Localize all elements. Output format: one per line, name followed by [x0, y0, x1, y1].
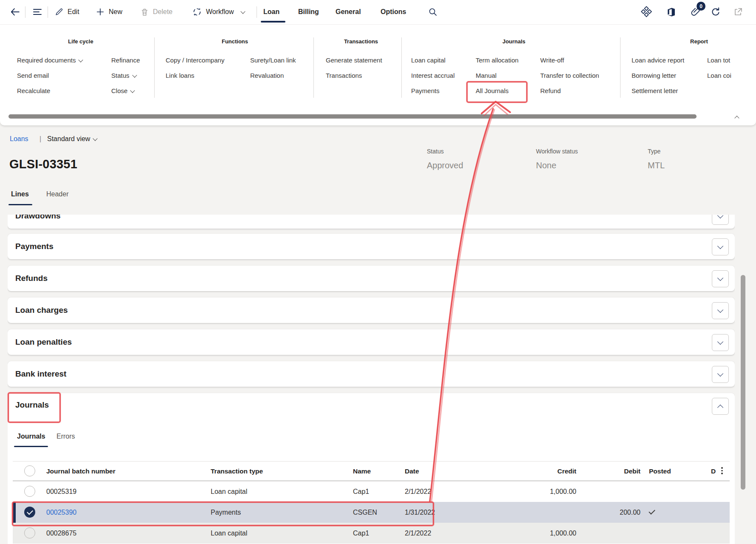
cell-credit: 1,000.00	[500, 523, 576, 544]
workflow-status-field-value: None	[536, 161, 556, 170]
ribbon-group-life-cycle: Life cycle	[17, 38, 144, 45]
column-header-name[interactable]: Name	[353, 462, 371, 481]
table-row[interactable]: 00025319 Loan capital Cap1 2/1/2022 1,00…	[13, 481, 730, 502]
select-all-checkbox[interactable]	[24, 465, 35, 476]
ribbon-item-revaluation[interactable]: Revaluation	[250, 68, 314, 83]
column-header-transaction-type[interactable]: Transaction type	[211, 462, 263, 481]
expand-section-button[interactable]	[712, 270, 729, 287]
pencil-icon	[54, 7, 64, 17]
ribbon-item-payments[interactable]: Payments	[411, 83, 471, 99]
office-apps-button[interactable]	[666, 0, 676, 24]
tab-loan[interactable]: Loan	[263, 0, 279, 24]
active-tab-underline	[261, 21, 285, 23]
chevron-down-icon	[717, 215, 723, 218]
edit-button[interactable]: Edit	[54, 0, 79, 24]
tab-options[interactable]: Options	[381, 0, 406, 24]
open-in-new-window-button[interactable]	[733, 0, 743, 24]
journals-inner-tab-journals[interactable]: Journals	[17, 433, 45, 440]
view-selector[interactable]: Standard view	[47, 135, 97, 143]
ribbon-column: Write-off Transfer to collection Refund	[540, 53, 621, 99]
chevron-down-icon	[130, 88, 135, 93]
tab-general[interactable]: General	[336, 0, 361, 24]
new-button[interactable]: New	[96, 0, 122, 24]
sitemap-button[interactable]	[32, 0, 42, 24]
cell-debit: 200.00	[564, 502, 640, 523]
tab-billing[interactable]: Billing	[298, 0, 319, 24]
section-drawdowns[interactable]: Drawdowns	[8, 215, 735, 229]
expand-section-button[interactable]	[712, 238, 729, 255]
collapse-ribbon-button[interactable]	[731, 113, 742, 121]
workflow-label: Workflow	[206, 8, 234, 16]
dynamics-apps-button[interactable]	[640, 0, 652, 24]
section-title: Payments	[15, 234, 54, 259]
expand-section-button[interactable]	[712, 302, 729, 319]
active-page-tab-underline	[8, 204, 32, 205]
chevron-down-icon	[717, 275, 723, 281]
type-field-value: MTL	[648, 161, 665, 170]
ribbon-item-copy-intercompany[interactable]: Copy / Intercompany	[166, 53, 244, 68]
ribbon-item-generate-statement[interactable]: Generate statement	[326, 53, 402, 68]
column-header-posted[interactable]: Posted	[649, 462, 671, 481]
ribbon-item-loan-totals-truncated[interactable]: Loan tot	[707, 53, 756, 68]
ribbon-item-status[interactable]: Status	[111, 68, 158, 83]
expand-section-button[interactable]	[712, 334, 729, 351]
journals-inner-tab-errors[interactable]: Errors	[56, 433, 75, 440]
grid-options-icon[interactable]	[721, 467, 723, 474]
section-payments[interactable]: Payments	[8, 234, 735, 259]
workflow-button[interactable]: Workflow	[192, 0, 245, 24]
ribbon-item-refund[interactable]: Refund	[540, 83, 621, 99]
refresh-button[interactable]	[710, 0, 721, 24]
grid-header-row: Journal batch number Transaction type Na…	[13, 461, 730, 481]
column-header-debit[interactable]: Debit	[564, 462, 640, 481]
expand-section-button[interactable]	[712, 215, 729, 225]
divider	[48, 6, 48, 18]
chevron-down-icon	[717, 243, 723, 249]
section-refunds[interactable]: Refunds	[8, 266, 735, 291]
ribbon-item-recalculate[interactable]: Recalculate	[17, 83, 106, 99]
ribbon-item-term-allocation[interactable]: Term allocation	[476, 53, 535, 68]
page-vertical-scrollbar[interactable]	[741, 275, 745, 490]
search-button[interactable]	[428, 0, 438, 24]
ribbon-item-surety-loan-link[interactable]: Surety/Loan link	[250, 53, 314, 68]
ribbon-item-transfer-to-collection[interactable]: Transfer to collection	[540, 68, 621, 83]
cell-journal-batch-number[interactable]: 00025319	[46, 481, 76, 502]
row-checkbox[interactable]	[24, 486, 35, 497]
chevron-down-icon	[93, 136, 98, 141]
diamond-grid-icon	[640, 6, 652, 18]
ribbon-item-refinance[interactable]: Refinance	[111, 53, 158, 68]
ribbon-item-send-email[interactable]: Send email	[17, 68, 106, 83]
tab-lines[interactable]: Lines	[11, 190, 29, 198]
ribbon-item-required-documents[interactable]: Required documents	[17, 53, 106, 68]
collapse-section-button[interactable]	[712, 398, 729, 415]
ribbon-item-borrowing-letter[interactable]: Borrowing letter	[632, 68, 702, 83]
chevron-down-icon	[132, 73, 137, 77]
column-header-d-truncated[interactable]: D	[711, 462, 716, 481]
section-bank-interest[interactable]: Bank interest	[8, 361, 735, 387]
tab-header[interactable]: Header	[46, 190, 68, 198]
ribbon-group-transactions: Transactions	[323, 38, 399, 45]
ribbon-item-close[interactable]: Close	[111, 83, 158, 99]
section-loan-charges[interactable]: Loan charges	[8, 298, 735, 323]
delete-button[interactable]: Delete	[140, 0, 172, 24]
ribbon-item-loan-capital[interactable]: Loan capital	[411, 53, 471, 68]
row-checkbox[interactable]	[24, 527, 35, 538]
ribbon-item-loan-confirmation-truncated[interactable]: Loan coi	[707, 68, 756, 83]
ribbon-item-transactions[interactable]: Transactions	[326, 68, 402, 83]
ribbon-item-interest-accrual[interactable]: Interest accrual	[411, 68, 471, 83]
trash-icon	[140, 8, 149, 17]
expand-section-button[interactable]	[712, 366, 729, 383]
section-loan-penalties[interactable]: Loan penalties	[8, 329, 735, 355]
ribbon-horizontal-scrollbar[interactable]	[8, 114, 697, 119]
page-title: GLSI-03351	[9, 157, 77, 171]
ribbon-item-loan-advice-report[interactable]: Loan advice report	[632, 53, 702, 68]
column-header-journal-batch-number[interactable]: Journal batch number	[46, 462, 116, 481]
ribbon-item-link-loans[interactable]: Link loans	[166, 68, 244, 83]
back-button[interactable]	[9, 0, 20, 24]
popout-icon	[733, 7, 743, 17]
cell-date: 2/1/2022	[405, 481, 431, 502]
breadcrumb-loans-link[interactable]: Loans	[10, 135, 28, 142]
ribbon-item-settlement-letter[interactable]: Settlement letter	[632, 83, 702, 99]
workflow-sync-icon	[192, 7, 202, 17]
column-header-date[interactable]: Date	[405, 462, 419, 481]
ribbon-item-write-off[interactable]: Write-off	[540, 53, 621, 68]
